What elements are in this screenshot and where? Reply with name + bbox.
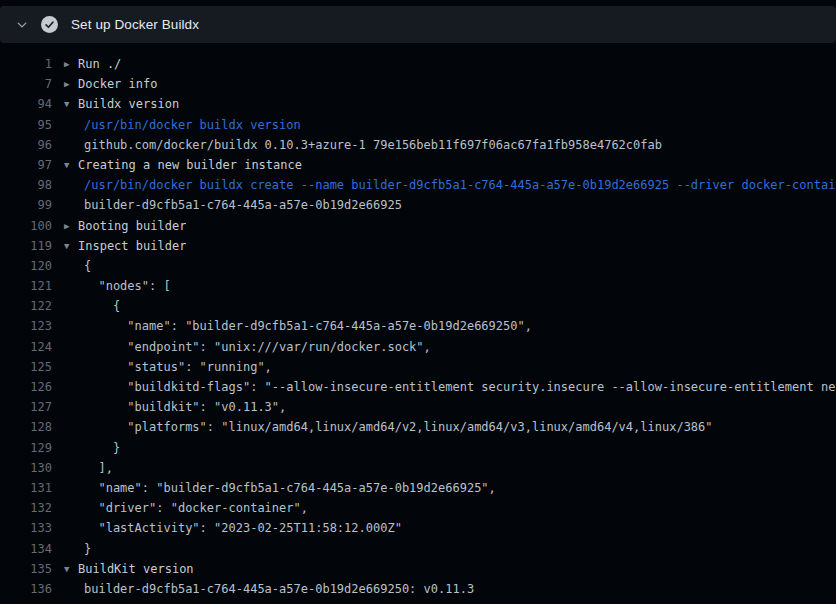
log-line: 129 }	[0, 438, 836, 458]
log-line: 120 {	[0, 256, 836, 276]
log-line: 132 "driver": "docker-container",	[0, 498, 836, 518]
log-line: 126 "buildkitd-flags": "--allow-insecure…	[0, 377, 836, 397]
line-number[interactable]: 100	[0, 216, 52, 236]
log-line: 131 "name": "builder-d9cfb5a1-c764-445a-…	[0, 478, 836, 498]
triangle-right-icon[interactable]: ▶	[64, 216, 78, 236]
log-line: 121 "nodes": [	[0, 276, 836, 296]
line-number[interactable]: 126	[0, 377, 52, 397]
line-number[interactable]: 98	[0, 175, 52, 195]
log-line: 123 "name": "builder-d9cfb5a1-c764-445a-…	[0, 316, 836, 336]
line-number[interactable]: 127	[0, 397, 52, 417]
line-number[interactable]: 99	[0, 195, 52, 215]
line-number[interactable]: 97	[0, 155, 52, 175]
line-number[interactable]: 133	[0, 518, 52, 538]
triangle-down-icon[interactable]: ▼	[64, 559, 78, 579]
line-number[interactable]: 119	[0, 236, 52, 256]
log-line: 130 ],	[0, 458, 836, 478]
triangle-down-icon[interactable]: ▼	[64, 155, 78, 175]
log-text: builder-d9cfb5a1-c764-445a-a57e-0b19d2e6…	[84, 198, 402, 212]
log-text: }	[84, 441, 120, 455]
log-text: "name": "builder-d9cfb5a1-c764-445a-a57e…	[84, 481, 496, 495]
line-number[interactable]: 120	[0, 256, 52, 276]
log-text: Docker info	[78, 77, 157, 91]
log-text: Booting builder	[78, 219, 186, 233]
log-line: 133 "lastActivity": "2023-02-25T11:58:12…	[0, 518, 836, 538]
log-line[interactable]: 135 ▼BuildKit version	[0, 559, 836, 579]
log-line[interactable]: 94 ▼Buildx version	[0, 94, 836, 114]
log-viewer: 1 ▶Run ./ 7 ▶Docker info 94 ▼Buildx vers…	[0, 54, 836, 599]
triangle-down-icon[interactable]: ▼	[64, 236, 78, 256]
log-text: /usr/bin/docker buildx version	[84, 118, 301, 132]
triangle-right-icon[interactable]: ▶	[64, 74, 78, 94]
line-number[interactable]: 130	[0, 458, 52, 478]
log-line[interactable]: 7 ▶Docker info	[0, 74, 836, 94]
line-number[interactable]: 95	[0, 115, 52, 135]
line-number[interactable]: 7	[0, 74, 52, 94]
log-line: 125 "status": "running",	[0, 357, 836, 377]
log-line[interactable]: 97 ▼Creating a new builder instance	[0, 155, 836, 175]
log-line: 95 /usr/bin/docker buildx version	[0, 115, 836, 135]
line-number[interactable]: 94	[0, 94, 52, 114]
line-number[interactable]: 125	[0, 357, 52, 377]
log-text: "buildkit": "v0.11.3",	[84, 400, 286, 414]
log-text: Run ./	[78, 57, 121, 71]
log-text: github.com/docker/buildx 0.10.3+azure-1 …	[84, 138, 662, 152]
log-line: 98 /usr/bin/docker buildx create --name …	[0, 175, 836, 195]
line-number[interactable]: 134	[0, 539, 52, 559]
log-text: "status": "running",	[84, 360, 272, 374]
log-line: 136 builder-d9cfb5a1-c764-445a-a57e-0b19…	[0, 579, 836, 599]
log-line: 134 }	[0, 539, 836, 559]
line-number[interactable]: 96	[0, 135, 52, 155]
log-text: "endpoint": "unix:///var/run/docker.sock…	[84, 340, 431, 354]
log-line[interactable]: 100 ▶Booting builder	[0, 216, 836, 236]
log-line: 124 "endpoint": "unix:///var/run/docker.…	[0, 337, 836, 357]
log-line: 128 "platforms": "linux/amd64,linux/amd6…	[0, 417, 836, 437]
log-text: BuildKit version	[78, 562, 194, 576]
log-text: Inspect builder	[78, 239, 186, 253]
step-title: Set up Docker Buildx	[71, 17, 199, 32]
log-text: }	[84, 542, 91, 556]
triangle-down-icon[interactable]: ▼	[64, 94, 78, 114]
log-line[interactable]: 1 ▶Run ./	[0, 54, 836, 74]
log-line: 127 "buildkit": "v0.11.3",	[0, 397, 836, 417]
log-line: 96 github.com/docker/buildx 0.10.3+azure…	[0, 135, 836, 155]
log-text: "name": "builder-d9cfb5a1-c764-445a-a57e…	[84, 319, 532, 333]
log-text: "nodes": [	[84, 279, 171, 293]
line-number[interactable]: 135	[0, 559, 52, 579]
line-number[interactable]: 121	[0, 276, 52, 296]
log-text: "lastActivity": "2023-02-25T11:58:12.000…	[84, 521, 402, 535]
log-text: builder-d9cfb5a1-c764-445a-a57e-0b19d2e6…	[84, 582, 474, 596]
log-text: Buildx version	[78, 97, 179, 111]
log-text: {	[84, 259, 91, 273]
line-number[interactable]: 132	[0, 498, 52, 518]
line-number[interactable]: 124	[0, 337, 52, 357]
line-number[interactable]: 129	[0, 438, 52, 458]
log-text: {	[84, 299, 120, 313]
chevron-down-icon[interactable]	[15, 18, 29, 32]
log-text: Creating a new builder instance	[78, 158, 302, 172]
line-number[interactable]: 123	[0, 316, 52, 336]
step-header[interactable]: Set up Docker Buildx	[0, 6, 836, 43]
line-number[interactable]: 1	[0, 54, 52, 74]
line-number[interactable]: 131	[0, 478, 52, 498]
log-text: "buildkitd-flags": "--allow-insecure-ent…	[84, 380, 836, 394]
log-text: "driver": "docker-container",	[84, 501, 308, 515]
line-number[interactable]: 122	[0, 296, 52, 316]
line-number[interactable]: 136	[0, 579, 52, 599]
log-text: "platforms": "linux/amd64,linux/amd64/v2…	[84, 420, 713, 434]
log-line: 99 builder-d9cfb5a1-c764-445a-a57e-0b19d…	[0, 195, 836, 215]
log-text: ],	[84, 461, 113, 475]
log-line[interactable]: 119 ▼Inspect builder	[0, 236, 836, 256]
triangle-right-icon[interactable]: ▶	[64, 54, 78, 74]
check-circle-icon	[41, 16, 58, 33]
line-number[interactable]: 128	[0, 417, 52, 437]
log-text: /usr/bin/docker buildx create --name bui…	[84, 178, 836, 192]
log-line: 122 {	[0, 296, 836, 316]
